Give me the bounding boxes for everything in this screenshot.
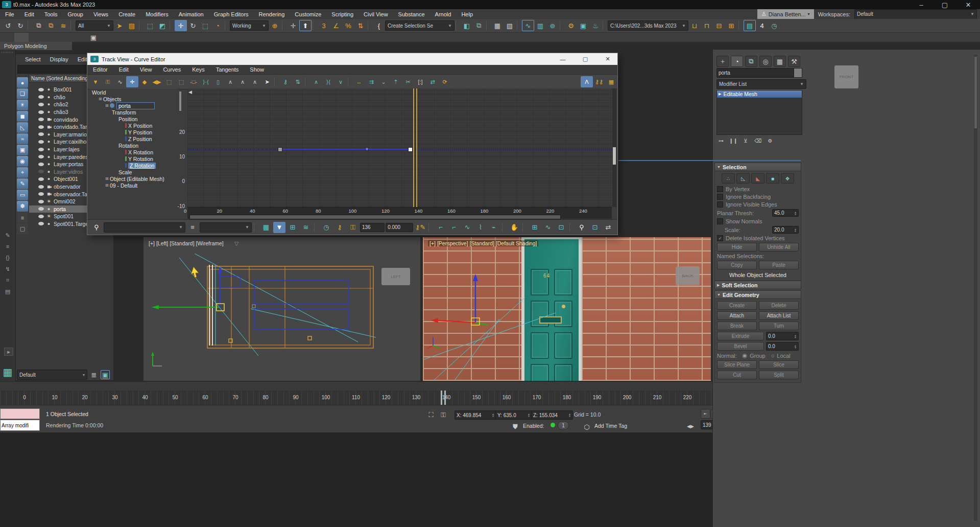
- modifier-list-select[interactable]: Modifier List▼: [716, 79, 806, 89]
- frame-selected-icon[interactable]: ⊡: [555, 222, 567, 233]
- loop-cycle-icon[interactable]: ⟳: [439, 76, 451, 87]
- layer-stack-icon[interactable]: ≣: [89, 370, 99, 379]
- use-pivot-center-icon[interactable]: ⊕: [269, 20, 281, 31]
- menu-item[interactable]: Rendering: [254, 9, 290, 19]
- hierarchy-icon[interactable]: ⧉: [745, 56, 757, 67]
- extrude-value-field[interactable]: 0.0▲▼: [766, 332, 799, 340]
- display-shapes-icon[interactable]: ❏: [17, 88, 28, 99]
- time-tag-cube-icon[interactable]: ⬡: [582, 421, 591, 432]
- viewport-left-label[interactable]: [+] [Left] [Standard] [Wireframe]: [149, 240, 224, 246]
- curve-filter-select[interactable]: ▼: [200, 222, 252, 233]
- tv-menu-item[interactable]: Keys: [186, 66, 210, 73]
- soft-selection-rollout-header[interactable]: ▶Soft Selection: [714, 281, 801, 289]
- visibility-eye-icon[interactable]: [38, 103, 44, 106]
- enabled-toggle[interactable]: 1: [558, 421, 569, 430]
- track-tree-item[interactable]: ⊞ Position: [90, 116, 178, 122]
- frame-horiz-extents-icon[interactable]: ⊞: [529, 222, 541, 233]
- menu-item[interactable]: Views: [88, 9, 113, 19]
- zoom-icon[interactable]: ⚲: [576, 222, 588, 233]
- menu-item[interactable]: Graph Editors: [209, 9, 254, 19]
- key-stats-icon[interactable]: ⚷: [333, 222, 346, 233]
- window-crossing-icon[interactable]: ◩: [156, 20, 169, 31]
- display-lights-icon[interactable]: ☀: [17, 100, 28, 110]
- go-start-icon[interactable]: ⇤: [701, 409, 710, 419]
- turn-button[interactable]: Turn: [759, 322, 799, 330]
- track-tree-item[interactable]: ⊞ 09 - Default: [90, 182, 178, 189]
- track-tree-item[interactable]: ⊞ Objects: [90, 96, 178, 102]
- copy-button[interactable]: Copy: [717, 261, 757, 269]
- script-icon[interactable]: {}: [0, 252, 15, 263]
- viewport-perspective[interactable]: 64 [+] [Perspective] [Standard] [Default…: [422, 237, 711, 381]
- show-keyable-icon[interactable]: ⚷⚷: [593, 76, 605, 87]
- undo-icon[interactable]: ↺: [2, 20, 14, 31]
- blank-icon[interactable]: ▢: [17, 223, 28, 234]
- select-move-icon[interactable]: ✛: [175, 20, 187, 31]
- toggle-ribbon-icon[interactable]: ▧: [504, 20, 516, 31]
- save-plus-icon[interactable]: ⊞: [725, 20, 737, 31]
- modifier-stack-item[interactable]: ▶Editable Mesh: [717, 90, 802, 98]
- attach-button[interactable]: Attach: [717, 311, 757, 320]
- edit-named-selections-icon[interactable]: {: [373, 20, 385, 31]
- selection-lock-icon[interactable]: ⚿: [438, 409, 448, 421]
- viewport-persp-label[interactable]: [+] [Perspective] [Standard] [Default Sh…: [428, 240, 538, 246]
- edge-icon[interactable]: ◺: [736, 173, 750, 184]
- ease-keys-icon[interactable]: ⟩·⟨: [200, 76, 212, 87]
- menu-item[interactable]: Create: [113, 9, 140, 19]
- remove-modifier-icon[interactable]: ⌫: [753, 136, 762, 145]
- curve-editor-icon[interactable]: ∿: [522, 20, 534, 31]
- track-tree-item[interactable]: ⊞ X Position: [90, 122, 178, 129]
- move-keys-icon[interactable]: ✛: [126, 76, 138, 87]
- select-manipulate-icon[interactable]: ✛: [287, 20, 299, 31]
- frame-step-arrows[interactable]: ◀▶: [684, 421, 697, 432]
- user-account-chip[interactable]: ♙ Diana Betten...▾: [757, 9, 814, 19]
- lock-keys-icon[interactable]: ⚿: [347, 222, 359, 233]
- display-materials-icon[interactable]: ▣: [17, 145, 28, 155]
- layer-new-icon[interactable]: ▣: [101, 370, 110, 379]
- visibility-eye-icon[interactable]: [38, 88, 44, 91]
- select-keys-b-icon[interactable]: ∧: [236, 76, 249, 87]
- show-normals-checkbox[interactable]: Show Normals: [717, 218, 799, 224]
- reference-coordinate-select[interactable]: Working▼: [230, 20, 269, 31]
- layer-explorer-icon[interactable]: ▦: [491, 20, 504, 31]
- isolate-selection-icon[interactable]: ⛶: [426, 409, 436, 421]
- tv-menu-item[interactable]: View: [134, 66, 158, 73]
- tv-close-button[interactable]: ✕: [598, 53, 617, 65]
- unhide-all-button[interactable]: Unhide All: [759, 243, 799, 251]
- menu-item[interactable]: Animation: [174, 9, 209, 19]
- tv-minimize-button[interactable]: —: [553, 53, 572, 65]
- display-icon[interactable]: ▦: [774, 56, 786, 67]
- menu-item[interactable]: Modifiers: [140, 9, 174, 19]
- hide-button[interactable]: Hide: [717, 243, 757, 251]
- tangent-spline-icon[interactable]: ⟩⟨: [322, 76, 334, 87]
- visibility-eye-icon[interactable]: [38, 163, 44, 166]
- material-editor-icon[interactable]: ⊚: [546, 20, 559, 31]
- tv-time-slider[interactable]: [413, 88, 417, 207]
- visibility-eye-icon[interactable]: [38, 185, 44, 189]
- track-tree-item[interactable]: ⊞ Z Rotation: [90, 162, 178, 169]
- tv-menu-item[interactable]: Curves: [157, 66, 186, 73]
- spinner-snap-icon[interactable]: ⇅: [354, 20, 367, 31]
- visibility-eye-icon[interactable]: [38, 222, 44, 225]
- pan-icon[interactable]: ✋: [508, 222, 520, 233]
- display-frozen-icon[interactable]: ▭: [17, 190, 28, 200]
- add-time-tag[interactable]: Add Time Tag: [594, 423, 627, 429]
- isolate-curve-icon[interactable]: [:]: [414, 76, 426, 87]
- planar-threshold-field[interactable]: Planar Thresh: 45.0▲▼: [717, 209, 799, 217]
- attach-list-button[interactable]: Attach List: [759, 311, 799, 320]
- select-place-icon[interactable]: ◔: [211, 20, 224, 31]
- select-object-icon[interactable]: ➤: [113, 20, 126, 31]
- freeform-retime-icon[interactable]: ⬚: [175, 76, 187, 87]
- oor-cycle-icon[interactable]: ⇉: [365, 76, 377, 87]
- menu-item[interactable]: Tools: [39, 9, 63, 19]
- keyboard-override-icon[interactable]: ⬆: [299, 20, 312, 31]
- ribbon-tab[interactable]: [14, 33, 29, 42]
- track-tree-item[interactable]: ⊞ Transform: [90, 109, 178, 116]
- by-vertex-checkbox[interactable]: By Vertex: [717, 186, 799, 192]
- add-keys-icon[interactable]: ⚷: [279, 76, 292, 87]
- ribbon-tab[interactable]: [43, 33, 57, 42]
- tv-menu-item[interactable]: Editor: [87, 66, 113, 73]
- break-button[interactable]: Break: [717, 322, 757, 330]
- select-keys-c-icon[interactable]: ∧: [249, 76, 261, 87]
- mirror-icon[interactable]: ◧: [461, 20, 473, 31]
- mini-listener-icon[interactable]: ✎: [0, 230, 15, 241]
